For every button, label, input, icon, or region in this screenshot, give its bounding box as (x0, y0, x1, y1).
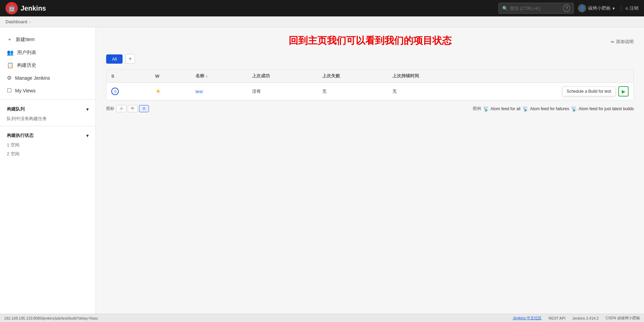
col-header-s: S (106, 69, 150, 83)
csdn-label: CSDN @碳烤小肥杨 (606, 315, 640, 321)
sidebar-item-views[interactable]: ☐ My Views (0, 84, 96, 97)
sidebar: ＋ 新建Item 👥 用户列表 📋 构建历史 ⚙ Manage Jenkins … (0, 27, 96, 322)
sidebar-history-label: 构建历史 (17, 62, 36, 68)
views-icon: ☐ (7, 87, 12, 94)
feed-all-link[interactable]: 📡 Atom feed for all (483, 106, 520, 112)
user-chevron-icon: ▾ (613, 6, 615, 11)
builds-table-container: S W 名称 ↓ 上次成功 上次失败 上次持续时间 ⊙ (106, 69, 634, 100)
size-large-button[interactable]: 大 (139, 105, 149, 112)
sidebar-section-executor[interactable]: 构建执行状态 ▾ (0, 129, 96, 141)
weather-sun-icon: ☀ (155, 88, 161, 95)
schedule-build-button[interactable]: ▶ (618, 86, 629, 96)
col-header-w: W (150, 69, 191, 83)
search-icon: 🔍 (502, 6, 508, 11)
build-queue-label: 构建队列 (7, 106, 25, 112)
sidebar-manage-label: Manage Jenkins (15, 75, 50, 81)
feed-failures-link[interactable]: 📡 Atom feed for failures (522, 106, 569, 112)
feed-failures-icon: 📡 (522, 106, 528, 112)
executor-chevron-icon: ▾ (86, 133, 89, 138)
logout-button[interactable]: ⎋ 注销 (621, 5, 639, 11)
build-queue-empty: 队列中没有构建任务 (0, 114, 96, 123)
feed-latest-link[interactable]: 📡 Atom feed for just latest builds (571, 106, 634, 112)
users-icon: 👥 (7, 49, 14, 56)
tab-all[interactable]: All (106, 54, 123, 64)
edit-icon: ✏ (611, 39, 615, 44)
table-row: ⊙ ☀ test 没有 无 无 点击则会构建项目 (106, 83, 633, 100)
add-description-link[interactable]: ✏ 添加说明 (611, 39, 634, 45)
main-content: 回到主页我们可以看到我们的项目状态 ✏ 添加说明 All + S W 名称 ↓ … (96, 27, 644, 322)
annotation-title: 回到主页我们可以看到我们的项目状态 (106, 34, 634, 47)
logo: 🤖 Jenkins (5, 2, 46, 14)
cell-last-duration: 无 (388, 83, 481, 100)
search-box[interactable]: 🔍 ? (498, 3, 574, 14)
cell-actions: 点击则会构建项目 Schedule a Build for test ▶ (481, 83, 633, 100)
sidebar-item-new[interactable]: ＋ 新建Item (0, 33, 96, 46)
user-name: 碳烤小肥杨 (588, 5, 610, 11)
new-item-icon: ＋ (7, 36, 12, 43)
feed-all-icon: 📡 (483, 106, 489, 112)
search-input[interactable] (510, 6, 561, 11)
sidebar-divider-1 (0, 100, 96, 100)
footer-row: 图标 小 中 大 图例 📡 Atom feed for all 📡 Atom f… (106, 105, 634, 112)
col-header-actions (481, 69, 633, 83)
feed-latest-label: Atom feed for just latest builds (579, 106, 634, 111)
builds-table: S W 名称 ↓ 上次成功 上次失败 上次持续时间 ⊙ (106, 69, 633, 100)
rest-api-link[interactable]: REST API (548, 316, 565, 320)
status-bar: 192.168.195.133:8080/jenkins/job/test/bu… (0, 314, 644, 322)
col-header-name: 名称 ↓ (191, 69, 247, 83)
tabs-row: All + (106, 54, 634, 64)
project-link[interactable]: test (195, 89, 203, 94)
sidebar-item-history[interactable]: 📋 构建历史 (0, 59, 96, 72)
sidebar-views-label: My Views (15, 88, 36, 93)
executor-2: 2 空闲 (0, 150, 96, 158)
tab-add-button[interactable]: + (125, 54, 135, 64)
status-url: 192.168.195.133:8080/jenkins/job/test/bu… (4, 316, 98, 320)
executor-1: 1 空闲 (0, 141, 96, 150)
feed-latest-icon: 📡 (571, 106, 577, 112)
feed-all-label: Atom feed for all (491, 106, 520, 111)
logout-icon: ⎋ (626, 6, 628, 11)
breadcrumb-separator: › (29, 19, 31, 24)
build-executor-label: 构建执行状态 (7, 132, 34, 139)
add-desc-label: 添加说明 (616, 39, 634, 45)
size-small-button[interactable]: 小 (116, 105, 126, 112)
help-icon[interactable]: ? (563, 4, 570, 12)
breadcrumb-dashboard[interactable]: Dashboard (5, 19, 27, 24)
col-header-failure: 上次失败 (317, 69, 388, 83)
sidebar-section-queue[interactable]: 构建队列 ▾ (0, 103, 96, 114)
queue-chevron-icon: ▾ (86, 107, 89, 112)
sidebar-users-label: 用户列表 (17, 50, 36, 56)
feed-failures-label: Atom feed for failures (530, 106, 569, 111)
status-bar-right: Jenkins 中文社区 REST API Jenkins 2.414.2 CS… (513, 315, 640, 321)
breadcrumb: Dashboard › (0, 16, 644, 27)
jenkins-logo-icon: 🤖 (5, 2, 18, 14)
cell-last-failure: 无 (317, 83, 388, 100)
sidebar-new-label: 新建Item (16, 37, 35, 43)
status-circle-icon: ⊙ (111, 88, 119, 95)
header: 🤖 Jenkins 🔍 ? 👤 碳烤小肥杨 ▾ ⎋ 注销 (0, 0, 644, 16)
legend-label: 图例 (473, 106, 481, 112)
col-header-success: 上次成功 (247, 69, 317, 83)
gear-icon: ⚙ (7, 75, 12, 81)
cell-weather: ☀ (150, 83, 191, 100)
sidebar-item-manage[interactable]: ⚙ Manage Jenkins (0, 72, 96, 84)
sidebar-divider-2 (0, 126, 96, 126)
logout-label: 注销 (630, 5, 639, 11)
size-buttons: 小 中 大 (116, 105, 149, 112)
logo-text: Jenkins (21, 4, 46, 12)
jenkins-version: Jenkins 2.414.2 (572, 316, 599, 320)
sidebar-item-users[interactable]: 👥 用户列表 (0, 46, 96, 59)
jenkins-community-link[interactable]: Jenkins 中文社区 (513, 315, 542, 321)
size-medium-button[interactable]: 中 (128, 105, 138, 112)
table-header-row: S W 名称 ↓ 上次成功 上次失败 上次持续时间 (106, 69, 633, 83)
icon-label: 图标 (106, 106, 114, 112)
cell-status: ⊙ (106, 83, 150, 100)
cell-last-success: 没有 (247, 83, 317, 100)
history-icon: 📋 (7, 62, 14, 68)
col-header-duration: 上次持续时间 (388, 69, 481, 83)
user-avatar: 👤 (578, 4, 586, 12)
user-menu[interactable]: 👤 碳烤小肥杨 ▾ (578, 4, 615, 12)
schedule-tooltip: Schedule a Build for test (562, 87, 616, 96)
cell-name: test (191, 83, 247, 100)
